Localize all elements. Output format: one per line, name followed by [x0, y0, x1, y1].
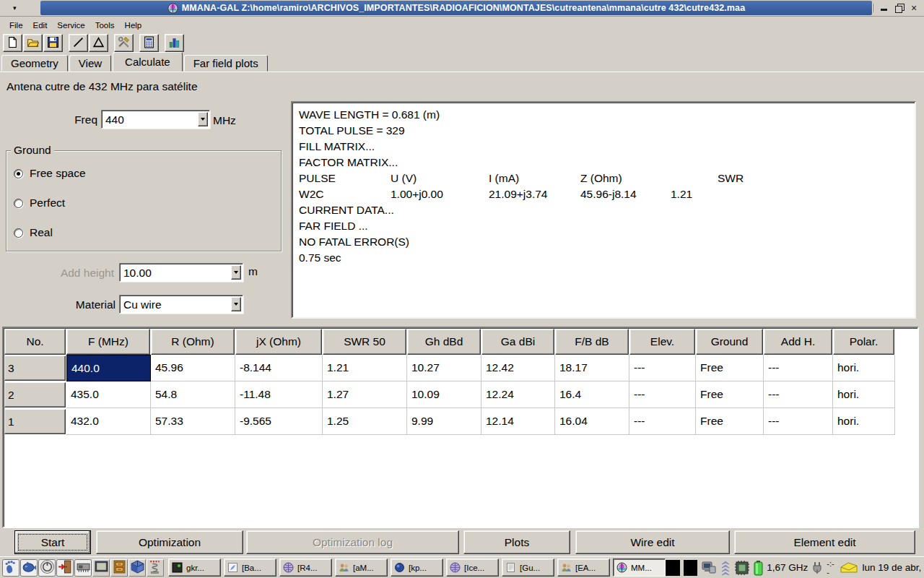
- freq-combo-arrow-icon[interactable]: [198, 112, 208, 126]
- tool-element-triangle-button[interactable]: [89, 34, 108, 52]
- launcher-lamp[interactable]: [147, 559, 164, 577]
- table-cell[interactable]: 12.42: [481, 355, 555, 381]
- table-cell[interactable]: 435.0: [66, 381, 151, 408]
- tool-wire-line-button[interactable]: [69, 34, 88, 52]
- plots-button[interactable]: Plots: [463, 530, 570, 554]
- table-cell[interactable]: 54.8: [151, 381, 235, 408]
- tab-geometry[interactable]: Geometry: [1, 55, 68, 72]
- table-cell[interactable]: hori.: [833, 408, 895, 435]
- table-cell[interactable]: -11.48: [235, 381, 323, 408]
- table-cell[interactable]: 12.14: [481, 408, 555, 435]
- table-cell[interactable]: -9.565: [235, 408, 323, 435]
- taskbar-window-mm[interactable]: MM...: [613, 558, 666, 577]
- table-cell[interactable]: hori.: [833, 381, 895, 408]
- table-cell[interactable]: 18.17: [555, 355, 629, 381]
- table-cell[interactable]: 432.0: [66, 408, 151, 435]
- optimization-button[interactable]: Optimization: [96, 530, 243, 554]
- table-cell[interactable]: 1.21: [323, 355, 407, 381]
- battery-icon[interactable]: [754, 560, 763, 576]
- taskbar-window-ea[interactable]: [EA...: [557, 558, 610, 577]
- table-cell[interactable]: 57.33: [151, 408, 235, 435]
- cpu-frequency-text[interactable]: 1,67 GHz: [767, 562, 808, 573]
- table-cell[interactable]: ---: [629, 408, 696, 435]
- launcher-desktop[interactable]: [92, 559, 110, 577]
- menu-item-help[interactable]: Help: [120, 20, 147, 31]
- taskbar-window-gu[interactable]: [Gu...: [502, 558, 554, 577]
- add-height-combo[interactable]: 10.00: [119, 263, 243, 282]
- launcher-memory-chip[interactable]: [74, 559, 92, 577]
- table-cell[interactable]: ---: [764, 355, 833, 381]
- tab-view[interactable]: View: [69, 55, 111, 72]
- launcher-logout-door[interactable]: [56, 559, 74, 577]
- table-cell-selected[interactable]: 440.0: [66, 355, 151, 381]
- cpu-chip-icon[interactable]: [734, 560, 750, 576]
- table-cell[interactable]: 16.4: [555, 381, 629, 408]
- row-header[interactable]: 1: [4, 409, 66, 434]
- tool-open-file-button[interactable]: [23, 34, 43, 52]
- taskbar-window-ice[interactable]: [Ice...: [446, 558, 499, 577]
- taskbar-window-gkr[interactable]: gkr...: [168, 558, 221, 577]
- table-cell[interactable]: 1.27: [323, 381, 407, 408]
- table-cell[interactable]: Free: [696, 381, 764, 408]
- menu-item-file[interactable]: File: [4, 20, 28, 31]
- ground-option-perfect[interactable]: Perfect: [14, 197, 65, 210]
- table-cell[interactable]: 9.99: [407, 408, 481, 435]
- ground-option-real[interactable]: Real: [14, 226, 53, 239]
- table-cell[interactable]: 10.09: [407, 381, 481, 408]
- maximize-icon[interactable]: [895, 4, 904, 12]
- table-cell[interactable]: ---: [629, 381, 696, 408]
- tool-new-file-button[interactable]: [3, 34, 22, 52]
- taskbar-window-kp[interactable]: [kp...: [391, 558, 443, 577]
- table-cell[interactable]: -8.144: [235, 355, 323, 381]
- launcher-power-button[interactable]: [38, 559, 56, 577]
- table-cell[interactable]: 45.96: [151, 355, 235, 381]
- titlebar-center[interactable]: MMANA-GAL Z:\home\ramiro\ARCHIVOS_IMPORT…: [40, 1, 872, 15]
- add-height-combo-arrow-icon[interactable]: [231, 265, 241, 280]
- tab-calculate[interactable]: Calculate: [113, 52, 183, 72]
- launcher-gnome-foot[interactable]: [2, 559, 19, 577]
- start-button[interactable]: Start: [14, 530, 91, 554]
- update-chevrons-icon[interactable]: [720, 560, 731, 576]
- taskbar-window-r4[interactable]: [R4...: [279, 558, 332, 577]
- taskbar-window-am[interactable]: [aM...: [335, 558, 388, 577]
- tool-setup-tools-button[interactable]: [114, 34, 134, 52]
- tool-chart-button[interactable]: [165, 34, 184, 52]
- material-combo-arrow-icon[interactable]: [231, 297, 241, 311]
- table-cell[interactable]: 1.25: [323, 408, 407, 435]
- table-cell[interactable]: Free: [696, 408, 764, 435]
- menu-item-edit[interactable]: Edit: [28, 20, 53, 31]
- table-cell[interactable]: hori.: [833, 355, 895, 381]
- mail-envelope-icon[interactable]: [840, 561, 858, 574]
- clock-text[interactable]: lun 19 de abr, 12:28:27: [862, 562, 924, 573]
- element-edit-button[interactable]: Element edit: [734, 530, 915, 554]
- launcher-file-cabinet[interactable]: [110, 559, 128, 577]
- close-icon[interactable]: ×: [910, 4, 918, 12]
- table-cell[interactable]: Free: [696, 355, 764, 381]
- table-cell[interactable]: ---: [764, 381, 833, 408]
- power-plug-icon[interactable]: [811, 561, 823, 575]
- network-monitor-icon[interactable]: [701, 561, 717, 575]
- table-cell[interactable]: 16.04: [555, 408, 629, 435]
- wire-edit-button[interactable]: Wire edit: [575, 530, 730, 554]
- table-cell[interactable]: 12.24: [481, 381, 555, 408]
- minimize-icon[interactable]: [880, 4, 889, 12]
- tool-save-file-button[interactable]: [43, 34, 63, 52]
- tray-app-window-icon[interactable]: [684, 560, 698, 576]
- menu-item-service[interactable]: Service: [52, 20, 90, 31]
- launcher-bluefish[interactable]: [20, 559, 38, 577]
- calculation-output[interactable]: WAVE LENGTH = 0.681 (m)TOTAL PULSE = 329…: [291, 101, 916, 319]
- taskbar-window-ba[interactable]: [Ba...: [224, 558, 276, 577]
- tray-app-window-icon[interactable]: [666, 560, 680, 576]
- material-combo[interactable]: Cu wire: [119, 295, 243, 314]
- table-cell[interactable]: 10.27: [407, 355, 481, 381]
- freq-combo[interactable]: 440: [101, 110, 210, 129]
- row-header[interactable]: 2: [4, 382, 66, 407]
- table-cell[interactable]: ---: [764, 408, 833, 435]
- table-cell[interactable]: ---: [629, 355, 696, 381]
- tab-far-field-plots[interactable]: Far field plots: [184, 55, 268, 72]
- menu-item-tools[interactable]: Tools: [90, 20, 120, 31]
- row-header[interactable]: 3: [4, 355, 66, 381]
- launcher-cube[interactable]: [128, 559, 146, 577]
- window-menu-icon[interactable]: ▾: [13, 4, 17, 12]
- ground-option-free-space[interactable]: Free space: [14, 167, 86, 180]
